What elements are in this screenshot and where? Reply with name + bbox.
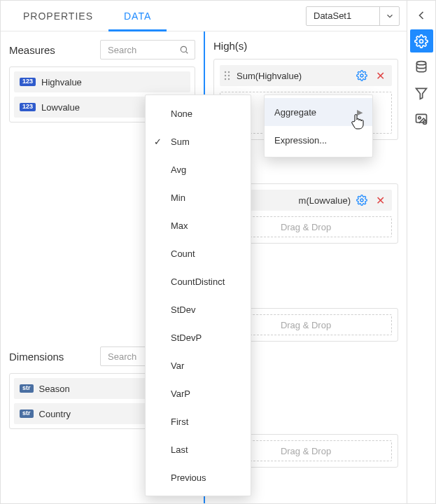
svg-marker-14 — [416, 88, 427, 99]
high-chip-label: Sum(Highvalue) — [237, 71, 351, 81]
svg-point-10 — [360, 74, 363, 77]
svg-point-11 — [360, 199, 363, 202]
svg-point-8 — [225, 78, 226, 80]
svg-point-7 — [228, 75, 230, 76]
close-icon[interactable]: ✕ — [373, 69, 388, 83]
aggregate-option[interactable]: Max — [146, 211, 251, 239]
svg-point-0 — [181, 46, 186, 52]
measure-item[interactable]: 123Highvalue — [14, 71, 190, 92]
highs-heading: High(s) — [213, 40, 247, 52]
measure-label: Lowvalue — [41, 102, 80, 113]
rail-data[interactable] — [410, 55, 433, 78]
aggregate-option[interactable]: CountDistinct — [146, 267, 251, 295]
measures-heading: Measures — [9, 44, 55, 56]
aggregate-option[interactable]: VarP — [146, 379, 251, 407]
menu-item-label: Expression... — [274, 135, 327, 146]
aggregate-option[interactable]: Avg — [146, 155, 251, 183]
svg-point-12 — [420, 39, 423, 43]
search-icon — [179, 45, 189, 55]
dataset-name: DataSet1 — [307, 10, 379, 21]
tab-data[interactable]: DATA — [108, 1, 167, 31]
aggregate-menu: NoneSumAvgMinMaxCountCountDistinctStDevS… — [145, 94, 251, 496]
dimension-label: Country — [39, 409, 71, 419]
aggregate-option[interactable]: Var — [146, 351, 251, 379]
aggregate-option[interactable]: Count — [146, 239, 251, 267]
gear-icon[interactable] — [356, 195, 367, 206]
dimensions-heading: Dimensions — [9, 351, 64, 363]
tab-properties[interactable]: PROPERTIES — [8, 1, 108, 31]
chevron-right-icon: ▶ — [357, 108, 363, 117]
svg-point-4 — [225, 71, 226, 73]
aggregate-option[interactable]: First — [146, 407, 251, 435]
rail-filter[interactable] — [410, 81, 433, 104]
svg-point-16 — [419, 116, 421, 118]
aggregate-option[interactable]: Last — [146, 435, 251, 463]
svg-point-5 — [228, 71, 230, 73]
menu-item-expression[interactable]: Expression... — [265, 126, 372, 154]
svg-point-9 — [228, 78, 230, 80]
svg-point-13 — [416, 61, 426, 64]
type-badge-string: str — [20, 384, 34, 393]
dimension-label: Season — [39, 384, 70, 394]
aggregate-option[interactable]: None — [146, 99, 251, 127]
chip-context-menu: Aggregate ▶ Expression... — [264, 94, 373, 158]
gear-icon[interactable] — [356, 70, 367, 81]
type-badge-numeric: 123 — [20, 78, 36, 86]
menu-item-label: Aggregate — [274, 107, 316, 118]
aggregate-option[interactable]: StDevP — [146, 323, 251, 351]
svg-point-6 — [225, 75, 226, 76]
svg-line-1 — [186, 52, 188, 54]
aggregate-option[interactable]: Min — [146, 183, 251, 211]
measure-label: Highvalue — [41, 77, 82, 88]
aggregate-option[interactable]: Sum — [146, 127, 251, 155]
close-icon[interactable]: ✕ — [373, 194, 388, 207]
aggregate-option[interactable]: StDev — [146, 295, 251, 323]
type-badge-numeric: 123 — [20, 103, 36, 111]
aggregate-option[interactable]: Previous — [146, 463, 251, 491]
rail-expand[interactable] — [410, 4, 433, 27]
high-chip[interactable]: Sum(Highvalue) ✕ — [220, 65, 392, 86]
rail-settings[interactable] — [410, 29, 433, 52]
dataset-select[interactable]: DataSet1 — [306, 6, 400, 26]
type-badge-string: str — [20, 410, 34, 418]
drag-handle-icon[interactable] — [224, 71, 231, 80]
rail-image[interactable] — [410, 107, 433, 130]
measures-search-input[interactable] — [106, 44, 175, 56]
measures-search[interactable] — [100, 40, 195, 59]
chevron-down-icon[interactable] — [379, 7, 399, 25]
menu-item-aggregate[interactable]: Aggregate ▶ — [265, 98, 372, 126]
